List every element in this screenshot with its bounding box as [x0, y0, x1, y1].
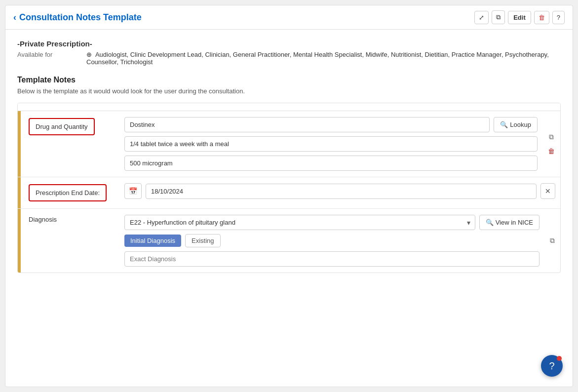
diagnosis-label: Diagnosis — [29, 216, 57, 223]
drug-quantity-content: 🔍 Lookup — [119, 111, 542, 177]
help-icon: ? — [557, 14, 560, 21]
available-for-row: Available for ⊕ Audiologist, Clinic Deve… — [17, 51, 561, 66]
drug-name-input[interactable] — [124, 117, 490, 132]
delete-button[interactable]: 🗑 — [534, 11, 549, 24]
instructions-input[interactable] — [124, 136, 538, 152]
drug-delete-button[interactable]: 🗑 — [546, 146, 556, 157]
copy-icon: ⧉ — [496, 13, 501, 21]
edit-button[interactable]: Edit — [508, 11, 531, 24]
diagnosis-label-container: Diagnosis — [21, 209, 119, 273]
clear-icon: ✕ — [545, 187, 551, 195]
view-nice-button[interactable]: 🔍 View in NICE — [479, 215, 539, 230]
end-date-label: Prescription End Date: — [29, 184, 107, 201]
date-input-row: 📅 ✕ — [124, 183, 555, 199]
template-notes-subtitle: Below is the template as it would would … — [17, 87, 561, 95]
drug-quantity-label-container: Drug and Quantity — [21, 111, 119, 177]
drug-name-row: 🔍 Lookup — [124, 117, 538, 132]
back-arrow[interactable]: ‹ — [13, 12, 16, 23]
date-input[interactable] — [146, 184, 537, 199]
roles-icon: ⊕ — [86, 51, 92, 58]
diagnosis-row: Diagnosis E22 - Hyperfunction of pituita… — [18, 209, 560, 273]
search-icon: 🔍 — [500, 121, 508, 128]
diagnosis-badges-row: Initial Diagnosis Existing — [124, 234, 539, 247]
main-content: -Private Prescription- Available for ⊕ A… — [5, 30, 573, 283]
diagnosis-select[interactable]: E22 - Hyperfunction of pituitary gland — [124, 215, 475, 230]
resize-button[interactable]: ⤢ — [474, 11, 489, 24]
clear-date-button[interactable]: ✕ — [540, 183, 555, 199]
help-fab-button[interactable]: ? — [541, 355, 563, 377]
lookup-button[interactable]: 🔍 Lookup — [494, 117, 538, 132]
initial-diagnosis-badge[interactable]: Initial Diagnosis — [124, 235, 181, 247]
page-header: ‹ Consultation Notes Template ⤢ ⧉ Edit 🗑… — [5, 5, 573, 30]
drug-quantity-row: Drug and Quantity 🔍 Lookup — [18, 111, 560, 177]
drug-row-actions: ⧉ 🗑 — [542, 111, 560, 177]
nice-label: View in NICE — [496, 219, 533, 226]
roles-text: Audiologist, Clinic Development Lead, Cl… — [86, 51, 549, 66]
header-actions: ⤢ ⧉ Edit 🗑 ? — [474, 10, 565, 24]
existing-badge[interactable]: Existing — [185, 234, 221, 247]
prescription-end-date-row: Prescription End Date: 📅 ✕ — [18, 177, 560, 209]
available-for-value: ⊕ Audiologist, Clinic Development Lead, … — [86, 51, 561, 66]
nice-search-icon: 🔍 — [486, 219, 494, 226]
available-for-label: Available for — [17, 51, 81, 66]
page-title[interactable]: ‹ Consultation Notes Template — [13, 12, 142, 23]
diagnosis-row-actions: ⧉ — [544, 209, 560, 273]
template-notes-title: Template Notes — [17, 76, 561, 84]
exact-diagnosis-row — [124, 251, 539, 267]
lookup-label: Lookup — [510, 121, 531, 128]
calendar-icon: 📅 — [129, 187, 137, 195]
edit-label: Edit — [513, 14, 526, 21]
end-date-label-container: Prescription End Date: — [21, 177, 119, 208]
calendar-button[interactable]: 📅 — [124, 183, 142, 199]
help-fab-icon: ? — [549, 360, 554, 372]
drug-quantity-label: Drug and Quantity — [29, 118, 95, 135]
diagnosis-select-row: E22 - Hyperfunction of pituitary gland 🔍… — [124, 215, 539, 230]
template-top-divider — [18, 103, 560, 111]
instructions-row — [124, 136, 538, 152]
exact-diagnosis-input[interactable] — [124, 251, 539, 267]
diagnosis-select-wrapper: E22 - Hyperfunction of pituitary gland — [124, 215, 475, 230]
prescription-title: -Private Prescription- — [17, 39, 561, 48]
quantity-row — [124, 156, 538, 171]
end-date-content: 📅 ✕ — [119, 177, 560, 208]
template-section: Drug and Quantity 🔍 Lookup — [17, 103, 561, 273]
delete-icon: 🗑 — [539, 14, 545, 21]
copy-button[interactable]: ⧉ — [492, 10, 505, 24]
quantity-input[interactable] — [124, 156, 538, 171]
drug-copy-button[interactable]: ⧉ — [547, 131, 555, 143]
help-button[interactable]: ? — [552, 11, 565, 24]
title-text: Consultation Notes Template — [19, 12, 142, 23]
diagnosis-content: E22 - Hyperfunction of pituitary gland 🔍… — [119, 209, 544, 273]
resize-icon: ⤢ — [479, 14, 484, 21]
diagnosis-copy-button[interactable]: ⧉ — [548, 235, 556, 246]
